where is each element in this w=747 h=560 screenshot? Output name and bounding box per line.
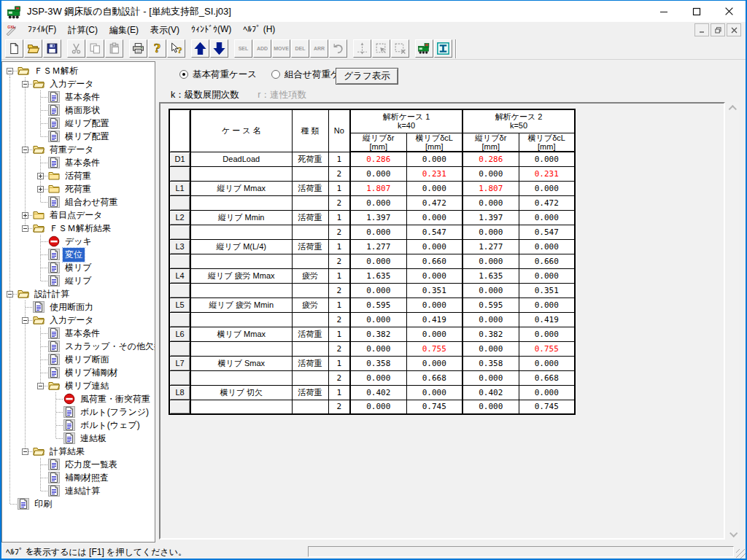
move-up-button[interactable] [191,39,209,58]
menu-edit[interactable]: 編集(E) [104,22,144,39]
tree-item[interactable]: 縦リブ配置 [2,117,155,130]
help-button[interactable]: ? [148,39,166,58]
row-header-cell[interactable]: L4 [169,268,190,283]
tree-item[interactable]: 入力データ [2,314,155,327]
radio-circle-icon[interactable] [271,70,280,79]
tree-item[interactable]: 基本条件 [2,156,155,169]
row-header-cell[interactable]: L5 [169,298,190,312]
row-header-cell[interactable] [169,195,190,210]
collapse-minus-icon[interactable] [22,448,28,455]
tree-item[interactable]: 橋面形状 [2,104,155,117]
collapse-minus-icon[interactable] [7,68,13,74]
child-restore-button[interactable] [711,23,725,36]
open-file-button[interactable] [24,39,42,58]
tree-item[interactable]: 着目点データ [2,209,155,222]
move-down-button[interactable] [210,39,228,58]
section-view-button[interactable] [434,39,452,58]
row-header-cell[interactable]: L1 [169,181,190,195]
resize-grip[interactable] [736,549,746,559]
tree-item[interactable]: 印刷 [2,497,155,510]
context-help-button[interactable]: ? [167,39,185,58]
close-button[interactable] [713,1,746,22]
collapse-minus-icon[interactable] [22,147,28,153]
tree-item[interactable]: 補剛材照査 [2,471,155,484]
tree-item[interactable]: ボルト(ウェブ) [2,419,155,432]
row-header-cell[interactable] [169,166,190,181]
tree-item[interactable]: 連結計算 [2,484,155,497]
type-cell [292,225,328,239]
tree-item[interactable]: 横リブ [2,261,155,274]
tree-item[interactable]: 縦リブ [2,274,155,287]
row-header-cell[interactable] [169,370,190,385]
basic-load-case-radio[interactable]: 基本荷重ケース [179,69,257,81]
print-button[interactable] [129,39,147,58]
value-cell: 0.472 [406,195,462,210]
tree-item[interactable]: 変位 [2,248,155,261]
row-header-cell[interactable] [169,283,190,298]
child-minimize-button[interactable] [694,23,709,36]
tree-item[interactable]: 使用断面力 [2,300,155,314]
tree-item[interactable]: 計算結果 [2,445,155,458]
tree-item[interactable]: ＦＳＭ解析結果 [2,222,155,235]
tree-item[interactable]: 連結板 [2,432,155,445]
tree-item[interactable]: 基本条件 [2,90,155,104]
radio-circle-icon[interactable] [179,70,188,79]
tree-item[interactable]: 横リブ補剛材 [2,366,155,379]
value-cell: 0.472 [519,195,575,210]
menu-help[interactable]: ﾍﾙﾌﾟ (H) [237,22,281,39]
tree-guide [2,340,18,353]
row-header-cell[interactable]: L6 [169,327,190,341]
maximize-button[interactable] [680,1,713,22]
row-header-cell[interactable]: L7 [169,356,190,370]
row-header-cell[interactable] [169,312,190,327]
type-cell [292,370,328,385]
tree-item[interactable]: 死荷重 [2,182,155,195]
row-header-cell[interactable] [169,400,190,414]
value-cell: 0.000 [350,225,406,239]
tree-item[interactable]: 横リブ断面 [2,353,155,366]
tree-item[interactable]: 横リブ配置 [2,130,155,143]
row-header-cell[interactable] [169,341,190,356]
tree-item[interactable]: デッキ [2,235,155,248]
graph-display-button[interactable]: グラフ表示 [336,68,398,85]
tree-item[interactable]: ＦＳＭ解析 [2,64,155,77]
run-analysis-button[interactable] [415,39,433,58]
collapse-minus-icon[interactable] [37,383,44,389]
collapse-minus-icon[interactable] [22,81,28,88]
tree-item[interactable]: 横リブ連結 [2,379,155,392]
collapse-minus-icon[interactable] [7,291,13,298]
tree-item[interactable]: ボルト(フランジ) [2,405,155,419]
minimize-button[interactable] [647,1,680,22]
tree-item[interactable]: 荷重データ [2,143,155,156]
value-cell: 0.660 [406,254,462,268]
value-cell: 0.000 [462,400,519,414]
tree-item[interactable]: 風荷重・衝突荷重 [2,392,155,405]
collapse-minus-icon[interactable] [22,225,28,232]
menu-file[interactable]: ﾌｧｲﾙ(F) [22,22,62,39]
doc-icon [48,249,61,260]
menu-window[interactable]: ｳｨﾝﾄﾞｳ(W) [185,22,237,39]
row-header-cell[interactable]: L8 [169,385,190,400]
tree-item[interactable]: 組合わせ荷重 [2,195,155,209]
row-header-cell[interactable]: L2 [169,210,190,225]
save-file-button[interactable] [43,39,61,58]
tree-item[interactable]: 入力データ [2,77,155,90]
row-header-cell[interactable] [169,225,190,239]
tree-item[interactable]: 活荷重 [2,169,155,182]
expand-plus-icon[interactable] [22,212,28,219]
row-header-cell[interactable]: D1 [169,152,190,166]
expand-plus-icon[interactable] [37,186,44,192]
tree-item[interactable]: スカラップ・その他欠損長 [2,340,155,353]
tree-item[interactable]: 基本条件 [2,327,155,340]
row-header-cell[interactable]: L3 [169,239,190,254]
menu-view[interactable]: 表示(V) [144,22,185,39]
new-file-button[interactable] [5,39,23,58]
row-header-cell[interactable] [169,254,190,268]
tree-item[interactable]: 設計計算 [2,287,155,300]
undo-icon [332,42,344,55]
collapse-minus-icon[interactable] [22,317,28,324]
tree-item[interactable]: 応力度一覧表 [2,458,155,471]
child-close-button[interactable] [727,23,741,36]
expand-plus-icon[interactable] [37,173,44,179]
menu-calc[interactable]: 計算(C) [62,22,104,39]
